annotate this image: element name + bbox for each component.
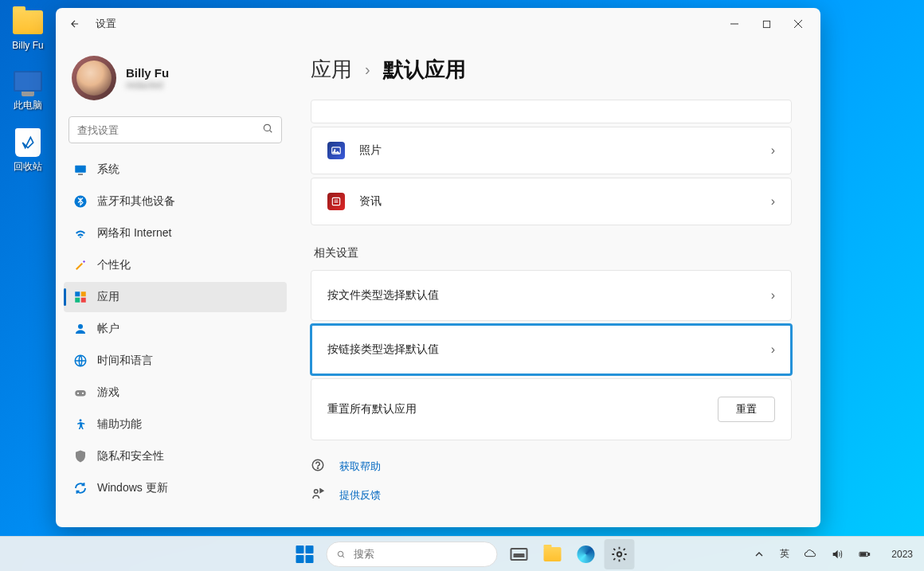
setting-by-filetype[interactable]: 按文件类型选择默认值 › [311,270,792,321]
nav-bluetooth[interactable]: 蓝牙和其他设备 [64,186,287,217]
reset-button[interactable]: 重置 [718,397,775,422]
nav-system[interactable]: 系统 [64,154,287,185]
taskbar-search-input[interactable] [354,548,487,560]
tray-ime[interactable]: 英 [777,544,793,564]
nav-accounts[interactable]: 帐户 [64,314,287,344]
search-icon [337,549,346,560]
nav-label: Windows 更新 [97,481,168,495]
nav-label: 应用 [97,290,119,304]
svg-point-13 [78,324,83,329]
svg-point-25 [317,467,318,468]
brush-icon [73,258,88,272]
svg-point-29 [617,552,622,557]
chevron-right-icon: › [771,288,775,303]
settings-button[interactable] [605,539,635,569]
profile[interactable]: Billy Fu redacted [64,40,287,113]
main-content: 应用 › 默认应用 照片 › [295,40,820,527]
close-button[interactable] [782,11,814,37]
taskbar-center [290,539,635,569]
breadcrumb-parent[interactable]: 应用 [311,56,352,84]
nav-label: 隐私和安全性 [97,449,164,463]
setting-reset-defaults: 重置所有默认应用 重置 [311,378,792,440]
system-icon [73,162,88,177]
nav-apps[interactable]: 应用 [64,282,287,312]
breadcrumb-current: 默认应用 [383,56,466,84]
photos-icon [327,142,345,159]
apps-icon [73,290,88,304]
svg-rect-11 [75,298,80,303]
gamepad-icon [73,385,88,400]
nav-privacy[interactable]: 隐私和安全性 [64,441,287,471]
person-icon [73,322,88,336]
desktop-recycle-bin[interactable]: 回收站 [0,127,56,174]
svg-line-5 [270,131,272,133]
svg-point-4 [264,124,270,131]
get-help-link[interactable]: 获取帮助 [311,458,792,475]
nav-network[interactable]: 网络和 Internet [64,218,287,248]
nav-label: 帐户 [97,322,119,336]
search-input[interactable] [77,124,262,136]
setting-label: 重置所有默认应用 [327,402,703,417]
svg-rect-7 [78,174,83,175]
app-card-partial[interactable] [311,100,792,123]
feedback-link[interactable]: 提供反馈 [311,487,792,504]
explorer-button[interactable] [538,539,568,569]
tray-overflow[interactable] [750,545,769,564]
minimize-button[interactable] [718,11,750,37]
back-button[interactable] [62,11,88,37]
tray-volume-icon[interactable] [828,545,847,564]
tray-onedrive-icon[interactable] [801,545,820,564]
titlebar: 设置 [56,8,820,40]
nav-gaming[interactable]: 游戏 [64,377,287,408]
taskbar-search[interactable] [327,542,498,567]
nav: 系统 蓝牙和其他设备 网络和 Internet 个性化 应用 [64,154,287,503]
nav-personalization[interactable]: 个性化 [64,250,287,280]
globe-icon [73,354,88,368]
nav-label: 网络和 Internet [97,226,171,241]
svg-rect-31 [869,553,870,555]
desktop-icon-label: 回收站 [14,160,42,174]
edge-button[interactable] [571,539,601,569]
sidebar: Billy Fu redacted 系统 蓝牙和其他设备 [56,40,295,527]
bluetooth-icon [73,194,88,209]
nav-label: 个性化 [97,258,131,272]
help-link-label: 提供反馈 [339,488,381,503]
desktop: Billy Fu 此电脑 回收站 [0,0,56,188]
settings-window: 设置 Billy Fu redacted 系统 [56,8,820,527]
folder-icon [12,6,44,38]
svg-point-16 [77,393,79,394]
chevron-right-icon: › [365,61,370,79]
nav-label: 系统 [97,162,119,177]
taskbar: 英 2023 [0,536,924,571]
task-view-icon [511,548,528,561]
tray-battery-icon[interactable] [855,545,874,564]
setting-by-linktype[interactable]: 按链接类型选择默认值 › [311,324,792,375]
breadcrumb: 应用 › 默认应用 [311,56,792,84]
tray-clock[interactable]: 2023 [888,546,916,563]
svg-rect-12 [81,298,86,303]
desktop-icon-label: Billy Fu [12,40,43,51]
desktop-folder-billyfu[interactable]: Billy Fu [0,6,56,51]
nav-windows-update[interactable]: Windows 更新 [64,473,287,503]
pc-icon [12,65,44,97]
nav-time-language[interactable]: 时间和语言 [64,346,287,376]
nav-label: 时间和语言 [97,354,153,368]
window-title: 设置 [96,17,116,31]
app-card-photos[interactable]: 照片 › [311,127,792,174]
task-view-button[interactable] [504,539,534,569]
chevron-right-icon: › [771,143,775,158]
windows-icon [296,546,314,563]
app-label: 资讯 [359,194,757,209]
app-card-news[interactable]: 资讯 › [311,178,792,225]
nav-accessibility[interactable]: 辅助功能 [64,409,287,440]
desktop-this-pc[interactable]: 此电脑 [0,65,56,112]
avatar [72,56,116,100]
help-link-label: 获取帮助 [339,460,381,474]
maximize-button[interactable] [750,11,782,37]
search-box[interactable] [69,116,282,143]
svg-point-26 [315,490,319,494]
start-button[interactable] [290,539,320,569]
nav-label: 辅助功能 [97,417,142,432]
chevron-right-icon: › [771,342,775,357]
svg-rect-6 [75,166,86,173]
